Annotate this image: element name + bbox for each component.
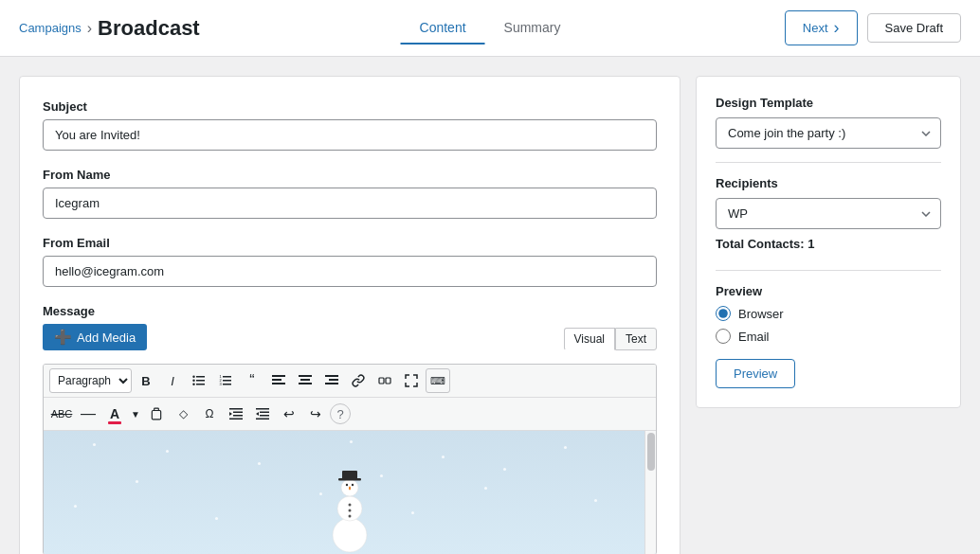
visual-tab[interactable]: Visual — [564, 328, 615, 350]
design-template-select[interactable]: Come join the party :) — [716, 117, 941, 149]
tab-summary[interactable]: Summary — [485, 12, 580, 45]
preview-browser-option[interactable]: Browser — [716, 306, 941, 321]
svg-rect-14 — [272, 383, 285, 384]
svg-rect-20 — [325, 383, 338, 384]
total-contacts: Total Contacts: 1 — [716, 237, 941, 251]
svg-rect-1 — [196, 380, 205, 382]
unordered-list-button[interactable] — [187, 368, 211, 393]
preview-button[interactable]: Preview — [716, 359, 795, 388]
message-label: Message — [43, 304, 657, 318]
paste-text-button[interactable] — [144, 402, 169, 426]
from-name-label: From Name — [43, 168, 657, 182]
editor-scrollbar-thumb[interactable] — [647, 433, 655, 471]
align-left-button[interactable] — [266, 368, 291, 393]
editor-content-area[interactable] — [44, 431, 656, 554]
svg-rect-6 — [223, 376, 231, 378]
svg-rect-7 — [223, 380, 231, 382]
campaigns-link[interactable]: Campaigns — [19, 21, 82, 35]
svg-point-40 — [349, 487, 351, 491]
svg-marker-29 — [229, 412, 232, 416]
svg-point-35 — [333, 518, 367, 552]
preview-email-option[interactable]: Email — [716, 329, 941, 344]
horizontal-rule-button[interactable]: — — [76, 402, 100, 426]
right-panel: Design Template Come join the party :) R… — [696, 76, 961, 408]
svg-rect-25 — [229, 408, 243, 410]
breadcrumb: Campaigns › Broadcast — [19, 16, 200, 41]
from-name-input[interactable] — [43, 188, 657, 219]
svg-rect-17 — [299, 383, 312, 384]
editor-scrollbar[interactable] — [644, 431, 656, 554]
preview-email-radio[interactable] — [716, 329, 731, 344]
outdent-button[interactable] — [250, 402, 275, 426]
svg-point-4 — [192, 380, 194, 382]
svg-marker-34 — [256, 412, 259, 416]
keyboard-button[interactable]: ⌨ — [426, 368, 450, 393]
from-email-label: From Email — [43, 236, 657, 250]
text-tab[interactable]: Text — [615, 328, 657, 350]
svg-rect-2 — [196, 384, 205, 385]
recipients-title: Recipients — [716, 176, 941, 190]
svg-rect-12 — [272, 375, 285, 377]
svg-point-5 — [192, 384, 194, 385]
paragraph-select[interactable]: Paragraph Heading 1 Heading 2 — [49, 368, 132, 393]
svg-text:3: 3 — [220, 382, 223, 386]
header: Campaigns › Broadcast Content Summary Ne… — [0, 0, 980, 57]
align-center-button[interactable] — [293, 368, 318, 393]
text-color-dropdown[interactable]: ▼ — [129, 402, 142, 426]
tab-content[interactable]: Content — [401, 12, 485, 45]
add-media-button[interactable]: ➕ Add Media — [43, 324, 147, 350]
page-title: Broadcast — [98, 16, 200, 41]
editor-toolbar-wrap: Paragraph Heading 1 Heading 2 B I 123 “ — [43, 364, 657, 554]
svg-point-39 — [352, 484, 354, 486]
preview-radio-group: Browser Email — [716, 306, 941, 344]
subject-group: Subject — [43, 99, 657, 151]
svg-rect-18 — [325, 375, 338, 377]
editor-view-tabs: Visual Text — [564, 328, 657, 350]
header-actions: Next Save Draft — [785, 10, 961, 45]
chevron-right-icon — [834, 18, 840, 38]
subject-input[interactable] — [43, 119, 657, 151]
message-group: Message ➕ Add Media Visual Text Paragrap… — [43, 304, 657, 554]
clear-format-button[interactable]: ◇ — [171, 402, 195, 426]
design-template-title: Design Template — [716, 96, 941, 110]
bold-button[interactable]: B — [134, 368, 158, 393]
toolbar-row-1: Paragraph Heading 1 Heading 2 B I 123 “ — [44, 365, 656, 398]
svg-point-44 — [349, 509, 352, 512]
divider-2 — [716, 270, 941, 271]
special-char-button[interactable]: Ω — [197, 402, 222, 426]
svg-rect-33 — [256, 419, 269, 420]
fullscreen-button[interactable] — [399, 368, 424, 393]
tab-bar: Content Summary — [401, 12, 580, 45]
svg-point-45 — [349, 515, 352, 518]
text-color-button[interactable]: A — [102, 402, 127, 426]
editor-image-area — [44, 431, 656, 554]
preview-browser-radio[interactable] — [716, 306, 731, 321]
preview-title: Preview — [716, 284, 941, 298]
recipients-select[interactable]: WP — [716, 198, 941, 229]
link-button[interactable] — [346, 368, 371, 393]
next-button[interactable]: Next — [785, 10, 858, 45]
indent-button[interactable] — [224, 402, 248, 426]
svg-rect-13 — [272, 379, 281, 381]
strikethrough-button[interactable]: ABC — [49, 402, 74, 426]
save-draft-button[interactable]: Save Draft — [867, 13, 961, 43]
help-button[interactable]: ? — [330, 403, 351, 424]
svg-point-3 — [192, 376, 194, 378]
ordered-list-button[interactable]: 123 — [213, 368, 238, 393]
undo-button[interactable]: ↩ — [277, 402, 301, 426]
blockquote-button[interactable]: “ — [240, 368, 264, 393]
align-right-button[interactable] — [319, 368, 344, 393]
svg-rect-31 — [260, 412, 269, 414]
preview-email-label: Email — [738, 330, 770, 344]
preview-browser-label: Browser — [738, 307, 784, 321]
svg-rect-22 — [386, 378, 390, 384]
from-email-input[interactable] — [43, 256, 657, 287]
svg-rect-27 — [233, 415, 243, 417]
svg-rect-8 — [223, 384, 231, 385]
redo-button[interactable]: ↪ — [303, 402, 328, 426]
from-name-group: From Name — [43, 168, 657, 219]
svg-rect-15 — [299, 375, 312, 377]
hr-button[interactable] — [372, 368, 397, 393]
svg-rect-24 — [152, 411, 160, 420]
italic-button[interactable]: I — [160, 368, 185, 393]
